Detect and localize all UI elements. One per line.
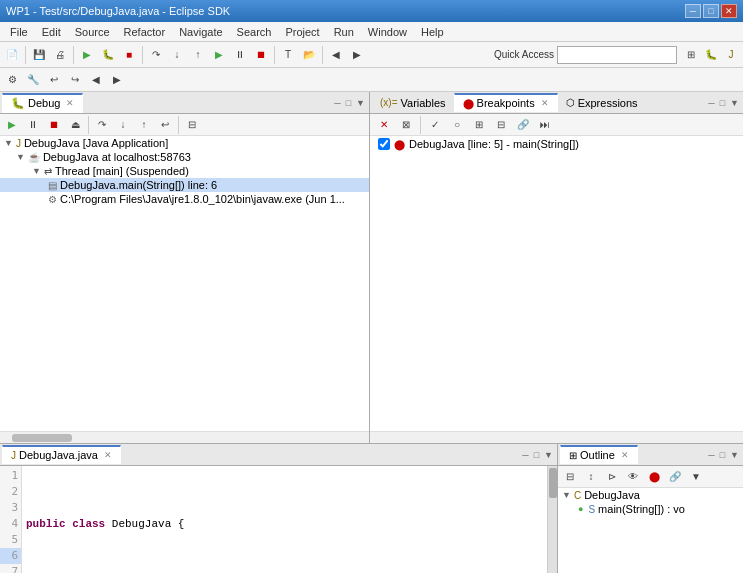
outline-panel-maximize[interactable]: □ [718,449,727,461]
bp-expand-btn[interactable]: ⊞ [469,115,489,135]
bp-enable-btn[interactable]: ✓ [425,115,445,135]
menu-run[interactable]: Run [328,25,360,39]
editor-vscroll-thumb[interactable] [549,468,557,498]
variables-tab[interactable]: (x)= Variables [372,95,454,111]
bp-panel-menu[interactable]: ▼ [728,97,741,109]
debug-panel-minimize[interactable]: ─ [332,97,342,109]
menu-search[interactable]: Search [231,25,278,39]
breakpoints-tab[interactable]: ⬤ Breakpoints ✕ [454,93,558,112]
menu-help[interactable]: Help [415,25,450,39]
bp-checkbox-1[interactable] [378,138,390,150]
editor-vscrollbar[interactable] [547,466,557,573]
menu-edit[interactable]: Edit [36,25,67,39]
save-button[interactable]: 💾 [29,45,49,65]
open-type-btn[interactable]: T [278,45,298,65]
quick-access-input[interactable] [557,46,677,64]
outline-method-item[interactable]: ● S main(String[]) : vo [558,502,743,516]
debug-panel-maximize[interactable]: □ [344,97,353,109]
suspend-debug-btn[interactable]: ⏸ [23,115,43,135]
disconnect-btn[interactable]: ⏏ [65,115,85,135]
tree-item-root[interactable]: ▼ J DebugJava [Java Application] [0,136,369,150]
debug-button[interactable]: 🐛 [98,45,118,65]
outline-menu-btn[interactable]: ▼ [686,467,706,487]
editor-file-tab[interactable]: J DebugJava.java ✕ [2,445,121,464]
suspend-btn[interactable]: ⏸ [230,45,250,65]
bp-link-btn[interactable]: 🔗 [513,115,533,135]
terminate-btn[interactable]: ⏹ [251,45,271,65]
stepover-d[interactable]: ↷ [92,115,112,135]
menu-window[interactable]: Window [362,25,413,39]
breakpoints-tab-close[interactable]: ✕ [541,98,549,108]
step-over-btn[interactable]: ↷ [146,45,166,65]
debug-hscrollbar[interactable] [0,431,369,443]
outline-hide-btn[interactable]: 👁 [623,467,643,487]
debug-panel-menu[interactable]: ▼ [354,97,367,109]
stepout-d[interactable]: ↑ [134,115,154,135]
tb2-btn4[interactable]: ↪ [65,70,85,90]
editor-panel-menu[interactable]: ▼ [542,449,555,461]
resume-btn[interactable]: ▶ [209,45,229,65]
tb2-btn3[interactable]: ↩ [44,70,64,90]
bp-collapse-btn[interactable]: ⊟ [491,115,511,135]
bp-panel-minimize[interactable]: ─ [706,97,716,109]
print-button[interactable]: 🖨 [50,45,70,65]
maximize-button[interactable]: □ [703,4,719,18]
bp-removeall-btn[interactable]: ⊠ [396,115,416,135]
code-content[interactable]: public class DebugJava { public static v… [22,466,547,573]
run-button[interactable]: ▶ [77,45,97,65]
tb2-btn2[interactable]: 🔧 [23,70,43,90]
tree-item-javaw[interactable]: ⚙ C:\Program Files\Java\jre1.8.0_102\bin… [0,192,369,206]
java-perspective-btn[interactable]: J [721,45,741,65]
debug-perspective-btn[interactable]: 🐛 [701,45,721,65]
expressions-tab[interactable]: ⬡ Expressions [558,95,646,111]
menu-refactor[interactable]: Refactor [118,25,172,39]
outline-sort-btn[interactable]: ↕ [581,467,601,487]
bp-remove-btn[interactable]: ✕ [374,115,394,135]
code-area[interactable]: 1 2 3 4 5 6 7 8 9 public class DebugJava… [0,466,547,573]
menu-project[interactable]: Project [279,25,325,39]
terminate-debug-btn[interactable]: ⏹ [44,115,64,135]
stepinto-d[interactable]: ↓ [113,115,133,135]
outline-panel-menu[interactable]: ▼ [728,449,741,461]
outline-tab-close[interactable]: ✕ [621,450,629,460]
editor-panel-minimize[interactable]: ─ [520,449,530,461]
bp-skipall-btn[interactable]: ⏭ [535,115,555,135]
outline-class-item[interactable]: ▼ C DebugJava [558,488,743,502]
menu-navigate[interactable]: Navigate [173,25,228,39]
outline-tab[interactable]: ⊞ Outline ✕ [560,445,638,464]
outline-sync-btn[interactable]: ⬤ [644,467,664,487]
open-res-btn[interactable]: 📂 [299,45,319,65]
bp-item-1[interactable]: ⬤ DebugJava [line: 5] - main(String[]) [370,136,743,152]
prev-btn[interactable]: ◀ [326,45,346,65]
editor-tab-close[interactable]: ✕ [104,450,112,460]
minimize-button[interactable]: ─ [685,4,701,18]
close-button[interactable]: ✕ [721,4,737,18]
editor-panel-maximize[interactable]: □ [532,449,541,461]
debug-tab[interactable]: 🐛 Debug ✕ [2,93,83,113]
step-into-btn[interactable]: ↓ [167,45,187,65]
debug-hscroll-thumb[interactable] [12,434,72,442]
tb2-btn5[interactable]: ◀ [86,70,106,90]
collapse-all-d[interactable]: ⊟ [182,115,202,135]
perspectives-btn[interactable]: ⊞ [681,45,701,65]
bp-hscrollbar[interactable] [370,431,743,443]
new-button[interactable]: 📄 [2,45,22,65]
tree-item-frame[interactable]: ▤ DebugJava.main(String[]) line: 6 [0,178,369,192]
menu-source[interactable]: Source [69,25,116,39]
bp-panel-maximize[interactable]: □ [718,97,727,109]
stop-button[interactable]: ■ [119,45,139,65]
tree-item-app[interactable]: ▼ ☕ DebugJava at localhost:58763 [0,150,369,164]
outline-collapse-btn[interactable]: ⊟ [560,467,580,487]
outline-link-btn[interactable]: 🔗 [665,467,685,487]
tb2-btn1[interactable]: ⚙ [2,70,22,90]
tb2-btn6[interactable]: ▶ [107,70,127,90]
next-btn[interactable]: ▶ [347,45,367,65]
debug-tab-close[interactable]: ✕ [66,98,74,108]
resume-debug-btn[interactable]: ▶ [2,115,22,135]
stepreturn-d[interactable]: ↩ [155,115,175,135]
menu-file[interactable]: File [4,25,34,39]
bp-disable-btn[interactable]: ○ [447,115,467,135]
tree-item-thread[interactable]: ▼ ⇄ Thread [main] (Suspended) [0,164,369,178]
step-out-btn[interactable]: ↑ [188,45,208,65]
outline-panel-minimize[interactable]: ─ [706,449,716,461]
